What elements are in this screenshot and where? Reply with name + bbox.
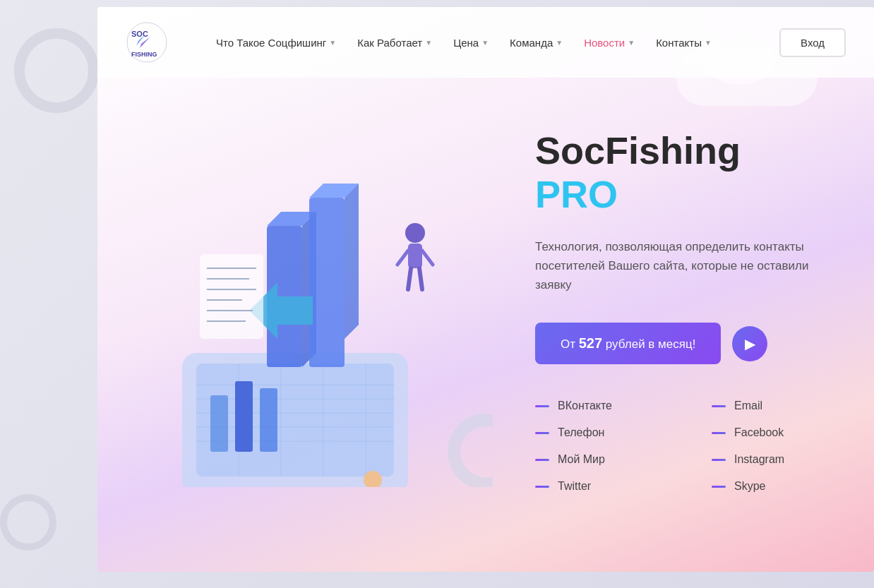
svg-rect-15 (235, 381, 253, 452)
chevron-down-icon: ▼ (628, 39, 635, 47)
feature-skype: Skype (712, 480, 832, 493)
cta-row: От 527 рублей в месяц! ▶ (535, 323, 832, 364)
login-button[interactable]: Вход (779, 28, 846, 57)
nav-item-how[interactable]: Как Работает ▼ (357, 37, 432, 49)
svg-text:FISHING: FISHING (131, 51, 157, 58)
play-icon: ▶ (745, 335, 755, 352)
feature-twitter: Twitter (535, 480, 655, 493)
nav-item-price[interactable]: Цена ▼ (453, 37, 489, 49)
cta-arrow-button[interactable]: ▶ (732, 326, 767, 361)
logo-icon: SOC FISHING (126, 21, 168, 64)
svg-point-31 (405, 223, 425, 243)
feature-dash-icon (535, 405, 549, 407)
hero-subtitle: Технология, позволяющая определить конта… (535, 237, 832, 295)
nav-item-contacts[interactable]: Контакты ▼ (656, 37, 712, 49)
svg-rect-14 (210, 395, 228, 452)
hero-title: SocFishing PRO (535, 128, 832, 216)
cta-button[interactable]: От 527 рублей в месяц! (535, 323, 721, 364)
feature-dash-icon (712, 432, 726, 434)
svg-rect-32 (408, 244, 422, 268)
chevron-down-icon: ▼ (329, 39, 336, 47)
svg-text:SOC: SOC (131, 30, 148, 38)
nav-links: Что Такое Соцфишинг ▼ Как Работает ▼ Цен… (216, 37, 765, 49)
feature-dash-icon (535, 486, 549, 488)
chevron-down-icon: ▼ (705, 39, 712, 47)
feature-email: Email (712, 400, 832, 412)
nav-item-what[interactable]: Что Такое Соцфишинг ▼ (216, 37, 336, 49)
feature-vkontakte: ВКонтакте (535, 400, 655, 412)
feature-instagram: Instagram (712, 453, 832, 466)
feature-dash-icon (712, 405, 726, 407)
chevron-down-icon: ▼ (481, 39, 489, 47)
nav-item-team[interactable]: Команда ▼ (510, 37, 563, 49)
feature-facebook: Facebook (712, 426, 832, 439)
main-card: SOC FISHING Что Такое Соцфишинг ▼ Как Ра… (97, 7, 874, 572)
chevron-down-icon: ▼ (425, 39, 432, 47)
svg-point-53 (454, 420, 493, 484)
svg-rect-24 (200, 254, 263, 339)
feature-dash-icon (712, 459, 726, 461)
hero-section: SocFishing PRO Технология, позволяющая о… (97, 78, 874, 558)
logo-area[interactable]: SOC FISHING (126, 21, 174, 64)
features-grid: ВКонтакте Email Телефон Facebook Мой Мир (535, 400, 832, 493)
svg-rect-16 (260, 388, 277, 452)
feature-dash-icon (535, 432, 549, 434)
nav-item-news[interactable]: Новости ▼ (584, 37, 635, 49)
feature-moimir: Мой Мир (535, 453, 655, 466)
svg-line-36 (419, 268, 422, 289)
svg-line-34 (422, 251, 433, 265)
navbar: SOC FISHING Что Такое Соцфишинг ▼ Как Ра… (97, 7, 874, 78)
svg-line-35 (408, 268, 411, 289)
svg-line-33 (397, 251, 408, 265)
hero-content: SocFishing PRO Технология, позволяющая о… (493, 128, 832, 493)
hero-illustration (140, 134, 493, 487)
feature-telefon: Телефон (535, 426, 655, 439)
feature-dash-icon (712, 486, 726, 488)
feature-dash-icon (535, 459, 549, 461)
svg-marker-22 (345, 184, 359, 339)
chevron-down-icon: ▼ (556, 39, 563, 47)
svg-rect-20 (309, 198, 345, 367)
